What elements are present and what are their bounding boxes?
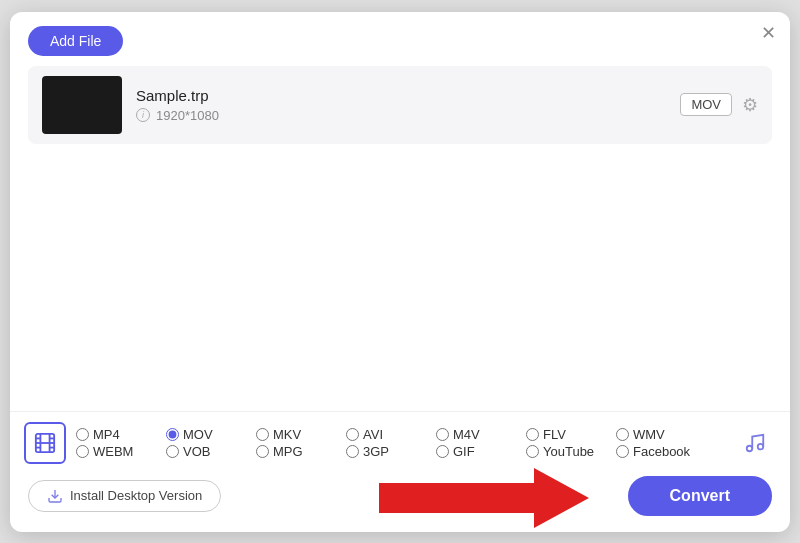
radio-mov[interactable] (166, 428, 179, 441)
radio-webm[interactable] (76, 445, 89, 458)
format-row-1: MP4 MOV MKV AVI M4V FLV (76, 427, 724, 442)
file-resolution: 1920*1080 (156, 108, 219, 123)
convert-button[interactable]: Convert (628, 476, 772, 516)
format-option-youtube[interactable]: YouTube (526, 444, 616, 459)
format-label-mpg: MPG (273, 444, 303, 459)
format-option-webm[interactable]: WEBM (76, 444, 166, 459)
music-icon[interactable] (734, 422, 776, 464)
radio-youtube[interactable] (526, 445, 539, 458)
radio-mpg[interactable] (256, 445, 269, 458)
toolbar: Add File (10, 12, 790, 66)
format-option-vob[interactable]: VOB (166, 444, 256, 459)
format-label-webm: WEBM (93, 444, 133, 459)
format-option-flv[interactable]: FLV (526, 427, 616, 442)
format-label-facebook: Facebook (633, 444, 690, 459)
format-option-mov[interactable]: MOV (166, 427, 256, 442)
format-badge[interactable]: MOV (680, 93, 732, 116)
install-label: Install Desktop Version (70, 488, 202, 503)
format-option-m4v[interactable]: M4V (436, 427, 526, 442)
install-desktop-button[interactable]: Install Desktop Version (28, 480, 221, 512)
radio-avi[interactable] (346, 428, 359, 441)
format-rows: MP4 MOV MKV AVI M4V FLV (76, 427, 724, 459)
arrow-indicator (379, 468, 589, 528)
close-button[interactable]: ✕ (761, 24, 776, 42)
format-row-2: WEBM VOB MPG 3GP GIF YouT (76, 444, 724, 459)
info-icon: i (136, 108, 150, 122)
format-label-gif: GIF (453, 444, 475, 459)
format-label-mkv: MKV (273, 427, 301, 442)
file-name: Sample.trp (136, 87, 666, 104)
radio-mp4[interactable] (76, 428, 89, 441)
format-option-mp4[interactable]: MP4 (76, 427, 166, 442)
svg-marker-11 (379, 468, 589, 528)
format-option-3gp[interactable]: 3GP (346, 444, 436, 459)
file-meta: i 1920*1080 (136, 108, 666, 123)
format-label-3gp: 3GP (363, 444, 389, 459)
svg-point-9 (758, 443, 764, 449)
content-area (10, 144, 790, 411)
svg-point-8 (747, 445, 753, 451)
radio-gif[interactable] (436, 445, 449, 458)
download-icon (47, 488, 63, 504)
bottom-panel: MP4 MOV MKV AVI M4V FLV (10, 411, 790, 464)
format-option-gif[interactable]: GIF (436, 444, 526, 459)
radio-3gp[interactable] (346, 445, 359, 458)
red-arrow-svg (379, 468, 589, 528)
format-option-facebook[interactable]: Facebook (616, 444, 706, 459)
format-option-mpg[interactable]: MPG (256, 444, 346, 459)
format-label-m4v: M4V (453, 427, 480, 442)
format-label-vob: VOB (183, 444, 210, 459)
file-actions: MOV ⚙ (680, 93, 758, 116)
gear-icon[interactable]: ⚙ (742, 94, 758, 116)
radio-vob[interactable] (166, 445, 179, 458)
film-icon[interactable] (24, 422, 66, 464)
format-option-mkv[interactable]: MKV (256, 427, 346, 442)
footer: Install Desktop Version Convert (10, 464, 790, 532)
format-option-wmv[interactable]: WMV (616, 427, 706, 442)
file-info: Sample.trp i 1920*1080 (136, 87, 666, 123)
format-section: MP4 MOV MKV AVI M4V FLV (24, 422, 776, 464)
format-label-wmv: WMV (633, 427, 665, 442)
radio-facebook[interactable] (616, 445, 629, 458)
format-label-mov: MOV (183, 427, 213, 442)
format-label-mp4: MP4 (93, 427, 120, 442)
radio-mkv[interactable] (256, 428, 269, 441)
format-label-avi: AVI (363, 427, 383, 442)
format-option-avi[interactable]: AVI (346, 427, 436, 442)
format-label-flv: FLV (543, 427, 566, 442)
format-label-youtube: YouTube (543, 444, 594, 459)
add-file-button[interactable]: Add File (28, 26, 123, 56)
radio-m4v[interactable] (436, 428, 449, 441)
radio-wmv[interactable] (616, 428, 629, 441)
radio-flv[interactable] (526, 428, 539, 441)
file-item: Sample.trp i 1920*1080 MOV ⚙ (28, 66, 772, 144)
file-thumbnail (42, 76, 122, 134)
main-dialog: ✕ Add File Sample.trp i 1920*1080 MOV ⚙ (10, 12, 790, 532)
